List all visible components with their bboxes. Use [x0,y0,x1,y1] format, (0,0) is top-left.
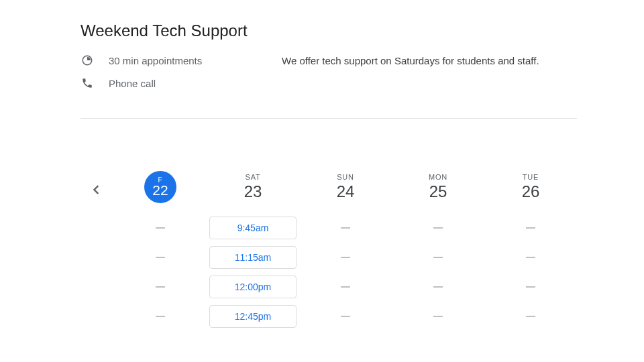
empty-slot [394,276,482,298]
empty-slot [117,305,204,328]
time-slot[interactable]: 11:15am [209,246,297,269]
empty-slot [487,276,574,298]
day-number: 24 [337,182,355,201]
method-text: Phone call [109,78,156,89]
day-number: 25 [429,182,447,201]
day-column: SUN24 [299,166,392,335]
divider [80,118,577,119]
day-column: MON25 [392,166,484,335]
day-number: 22 [152,182,168,198]
prev-week-button[interactable] [87,180,106,199]
day-number: 26 [522,182,540,201]
day-header[interactable]: SUN24 [337,166,355,208]
empty-slot [117,217,204,239]
empty-slot [117,276,204,298]
empty-slot [302,246,389,269]
duration-info: 30 min appointments [80,54,282,67]
day-column: TUE26 [484,166,577,335]
day-header[interactable]: MON25 [429,166,447,208]
day-of-week: TUE [523,173,539,181]
empty-slot [117,246,204,269]
page-title: Weekend Tech Support [80,21,577,40]
selected-day[interactable]: F22 [144,171,176,203]
day-column: F22 [114,166,207,335]
empty-slot [302,276,389,298]
day-of-week: SUN [337,173,354,181]
service-description: We offer tech support on Saturdays for s… [282,54,577,66]
time-slot[interactable]: 12:00pm [209,276,297,298]
empty-slot [302,217,389,239]
empty-slot [487,305,574,328]
day-header[interactable]: TUE26 [522,166,540,208]
day-number: 23 [244,182,262,201]
day-of-week: SAT [246,173,261,181]
day-column: SAT239:45am11:15am12:00pm12:45pm [207,166,299,335]
duration-text: 30 min appointments [109,55,202,66]
method-info: Phone call [80,76,282,90]
clock-icon [80,54,94,67]
empty-slot [394,305,482,328]
empty-slot [487,217,574,239]
empty-slot [302,305,389,328]
empty-slot [487,246,574,269]
empty-slot [394,246,482,269]
time-slot[interactable]: 9:45am [209,217,297,239]
phone-icon [80,76,94,90]
day-of-week: MON [429,173,447,181]
empty-slot [394,217,482,239]
day-header[interactable]: SAT23 [244,166,262,208]
time-slot[interactable]: 12:45pm [209,305,297,328]
